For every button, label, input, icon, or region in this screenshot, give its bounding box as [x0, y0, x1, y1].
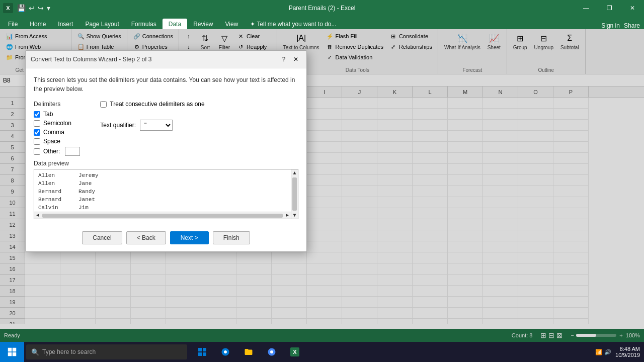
sign-in-btn[interactable]: Sign in [601, 22, 620, 29]
svg-rect-2 [8, 352, 12, 356]
dialog-description: This screen lets you set the delimiters … [34, 75, 298, 94]
customize-btn[interactable]: ▾ [47, 4, 50, 12]
semicolon-checkbox-row[interactable]: Semicolon [34, 120, 80, 127]
preview-col1: Bernard [38, 189, 78, 195]
preview-col2: Jim [78, 205, 89, 211]
restore-btn[interactable]: ❐ [598, 0, 621, 16]
scroll-up-arrow[interactable]: ▲ [291, 169, 298, 176]
list-item: BernardJanet [36, 196, 296, 204]
tab-checkbox-row[interactable]: Tab [34, 111, 80, 118]
volume-icon: 🔊 [604, 349, 611, 355]
tab-home[interactable]: Home [24, 19, 52, 29]
scroll-left-arrow[interactable]: ◄ [34, 212, 41, 219]
ribbon-tabs: File Home Insert Page Layout Formulas Da… [0, 16, 644, 29]
tab-file[interactable]: File [2, 19, 24, 29]
comma-checkbox[interactable] [34, 129, 40, 136]
data-preview-section: Data preview AllenJeremyAllenJaneBernard… [34, 160, 298, 219]
treat-consecutive-row[interactable]: Treat consecutive delimiters as one [100, 101, 204, 108]
back-button[interactable]: < Back [126, 231, 166, 244]
finish-button[interactable]: Finish [213, 231, 250, 244]
undo-btn[interactable]: ↩ [29, 4, 35, 12]
dialog-help-btn[interactable]: ? [278, 54, 289, 65]
svg-rect-4 [198, 348, 202, 351]
window-title: Parent Emails (2) - Excel [289, 5, 356, 12]
tray-clock: 8:48 AM 10/9/2019 [615, 346, 640, 358]
list-item: AllenJeremy [36, 171, 296, 179]
dialog-close-btn[interactable]: ✕ [290, 54, 301, 65]
taskbar: 🔍 Type here to search X 📶 🔊 8:48 AM 10/9… [0, 342, 644, 362]
tab-review[interactable]: Review [187, 19, 219, 29]
quick-access: 💾 ↩ ↪ ▾ [17, 4, 50, 12]
close-btn[interactable]: ✕ [621, 0, 644, 16]
preview-box[interactable]: AllenJeremyAllenJaneBernardRandyBernardJ… [34, 169, 298, 219]
scroll-down-arrow[interactable]: ▼ [291, 212, 298, 219]
start-button[interactable] [0, 342, 24, 362]
comma-checkbox-row[interactable]: Comma [34, 129, 80, 136]
list-item: CalvinJim [36, 204, 296, 212]
delimiter-checkboxes: Tab Semicolon Comma Space [34, 111, 80, 156]
taskbar-search[interactable]: 🔍 Type here to search [26, 344, 187, 359]
tab-checkbox[interactable] [34, 111, 40, 118]
preview-col2: Jane [78, 180, 92, 187]
search-placeholder: Type here to search [42, 348, 96, 355]
treat-consecutive-checkbox[interactable] [100, 101, 107, 108]
treat-consecutive-label: Treat consecutive delimiters as one [110, 101, 204, 108]
minimize-btn[interactable]: — [575, 0, 598, 16]
tab-view[interactable]: View [219, 19, 245, 29]
chrome-icon[interactable] [261, 342, 283, 362]
excel-taskbar-icon[interactable]: X [284, 342, 306, 362]
space-checkbox[interactable] [34, 138, 40, 145]
qualifier-label: Text qualifier: [100, 122, 136, 129]
hscroll-thumb[interactable] [42, 214, 283, 218]
list-item: AllenJane [36, 179, 296, 188]
other-input[interactable] [65, 147, 80, 156]
other-checkbox[interactable] [34, 148, 40, 155]
other-checkbox-row[interactable]: Other: [34, 147, 80, 156]
share-btn[interactable]: Share [624, 22, 640, 29]
search-icon: 🔍 [31, 348, 39, 356]
svg-rect-3 [13, 352, 17, 356]
preview-col2: Janet [78, 197, 95, 203]
qualifier-select[interactable]: " ' {none} [140, 120, 173, 131]
svg-rect-0 [8, 348, 12, 352]
taskbar-apps: X [191, 342, 306, 362]
next-button[interactable]: Next > [170, 231, 209, 244]
redo-btn[interactable]: ↪ [38, 4, 44, 12]
preview-col1: Bernard [38, 197, 78, 203]
preview-col2: Jeremy [78, 172, 99, 178]
dialog-title-bar: Convert Text to Columns Wizard - Step 2 … [26, 51, 306, 68]
svg-rect-1 [13, 348, 17, 352]
cancel-button[interactable]: Cancel [82, 231, 122, 244]
window-controls: — ❐ ✕ [575, 0, 644, 16]
preview-col1: Calvin [38, 205, 78, 211]
semicolon-label: Semicolon [43, 120, 71, 127]
preview-vscroll[interactable]: ▲ ▼ [291, 169, 298, 219]
tab-insert[interactable]: Insert [52, 19, 79, 29]
scroll-right-arrow[interactable]: ► [284, 212, 291, 219]
scroll-thumb[interactable] [292, 177, 297, 211]
wifi-icon: 📶 [595, 349, 602, 355]
edge-icon[interactable] [214, 342, 236, 362]
time-display: 8:48 AM [615, 346, 640, 352]
preview-hscroll[interactable]: ◄ ► [34, 212, 291, 219]
qualifier-row: Text qualifier: " ' {none} [100, 120, 204, 131]
tab-tell-me[interactable]: ✦ Tell me what you want to do... [244, 19, 342, 29]
svg-rect-5 [203, 348, 206, 351]
comma-label: Comma [43, 129, 64, 136]
semicolon-checkbox[interactable] [34, 120, 40, 127]
preview-col1: Allen [38, 180, 78, 187]
tab-formulas[interactable]: Formulas [125, 19, 163, 29]
tab-data[interactable]: Data [163, 19, 187, 29]
space-label: Space [43, 138, 60, 145]
tray-icons: 📶 🔊 [595, 349, 611, 355]
preview-col2: Randy [78, 189, 95, 195]
dialog-body: This screen lets you set the delimiters … [26, 68, 306, 226]
save-quick-btn[interactable]: 💾 [17, 4, 26, 12]
task-view-btn[interactable] [191, 342, 213, 362]
tab-page-layout[interactable]: Page Layout [79, 19, 125, 29]
list-item: BernardRandy [36, 188, 296, 196]
space-checkbox-row[interactable]: Space [34, 138, 80, 145]
dialog-footer: Cancel < Back Next > Finish [26, 226, 306, 251]
title-bar: X 💾 ↩ ↪ ▾ Parent Emails (2) - Excel — ❐ … [0, 0, 644, 16]
explorer-icon[interactable] [237, 342, 260, 362]
